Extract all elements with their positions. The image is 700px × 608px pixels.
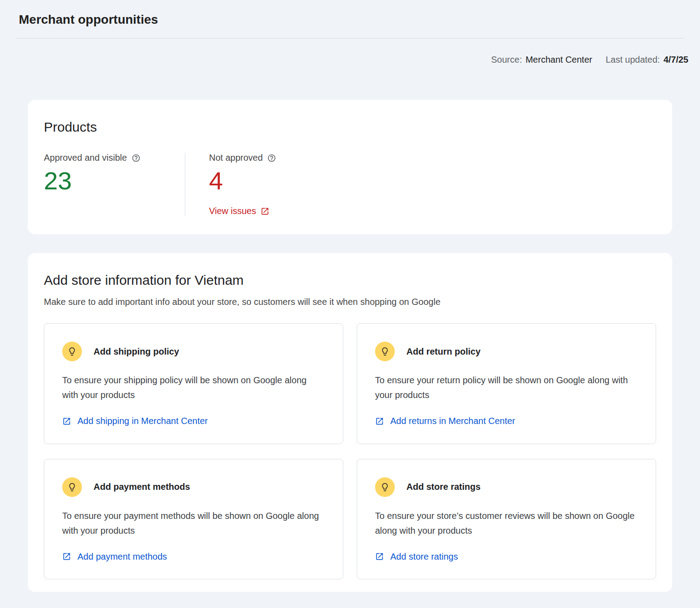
lightbulb-icon <box>62 342 82 361</box>
tip-card-shipping-policy: Add shipping policy To ensure your shipp… <box>44 323 343 444</box>
products-title: Products <box>44 120 656 135</box>
add-returns-link[interactable]: Add returns in Merchant Center <box>375 416 515 426</box>
not-approved-count: 4 <box>209 168 276 193</box>
tip-title: Add return policy <box>406 347 481 357</box>
external-link-icon <box>375 417 384 426</box>
tip-card-payment-methods: Add payment methods To ensure your payme… <box>44 459 343 580</box>
store-info-title: Add store information for Vietnam <box>44 273 656 288</box>
lightbulb-icon <box>375 342 395 361</box>
source-meta-row: Source: Merchant Center Last updated: 4/… <box>0 55 688 65</box>
tip-title: Add store ratings <box>406 482 481 492</box>
lightbulb-icon <box>375 477 395 497</box>
not-approved-label: Not approved <box>209 153 263 163</box>
external-link-icon <box>260 207 269 216</box>
page-header: Merchant opportunities <box>16 0 684 39</box>
page-title: Merchant opportunities <box>19 13 681 27</box>
external-link-icon <box>375 552 384 561</box>
external-link-icon <box>62 552 71 561</box>
tip-link-label: Add store ratings <box>390 552 458 562</box>
tip-body: To ensure your shipping policy will be s… <box>62 373 322 402</box>
add-shipping-link[interactable]: Add shipping in Merchant Center <box>62 416 208 426</box>
external-link-icon <box>62 417 71 426</box>
help-icon[interactable] <box>267 154 276 163</box>
tip-link-label: Add payment methods <box>77 552 167 562</box>
tip-card-return-policy: Add return policy To ensure your return … <box>357 323 656 444</box>
source-label: Source: <box>491 55 522 65</box>
view-issues-link[interactable]: View issues <box>209 206 269 216</box>
tips-grid: Add shipping policy To ensure your shipp… <box>44 323 656 579</box>
tip-card-store-ratings: Add store ratings To ensure your store’s… <box>357 459 656 580</box>
add-store-ratings-link[interactable]: Add store ratings <box>375 552 458 562</box>
last-updated-group: Last updated: 4/7/25 <box>606 55 688 65</box>
source-value: Merchant Center <box>525 55 592 65</box>
source-group: Source: Merchant Center <box>491 55 592 65</box>
approved-count: 23 <box>44 168 185 193</box>
last-updated-label: Last updated: <box>606 55 660 65</box>
store-info-subtitle: Make sure to add important info about yo… <box>44 297 656 307</box>
tip-link-label: Add shipping in Merchant Center <box>77 416 208 426</box>
tip-body: To ensure your payment methods will be s… <box>62 509 322 538</box>
products-stats: Approved and visible 23 Not approved 4 V… <box>44 153 656 216</box>
not-approved-stat: Not approved 4 View issues <box>185 153 276 216</box>
products-card: Products Approved and visible 23 Not app… <box>28 100 672 234</box>
store-info-card: Add store information for Vietnam Make s… <box>28 253 672 592</box>
tip-title: Add payment methods <box>94 482 190 492</box>
last-updated-value: 4/7/25 <box>663 55 688 65</box>
approved-label: Approved and visible <box>44 153 127 163</box>
help-icon[interactable] <box>132 154 141 163</box>
tip-title: Add shipping policy <box>94 347 179 357</box>
view-issues-label: View issues <box>209 206 256 216</box>
approved-stat: Approved and visible 23 <box>44 153 185 216</box>
tip-body: To ensure your return policy will be sho… <box>375 373 635 402</box>
lightbulb-icon <box>62 477 82 497</box>
tip-link-label: Add returns in Merchant Center <box>390 416 515 426</box>
tip-body: To ensure your store’s customer reviews … <box>375 509 635 538</box>
add-payment-methods-link[interactable]: Add payment methods <box>62 552 167 562</box>
